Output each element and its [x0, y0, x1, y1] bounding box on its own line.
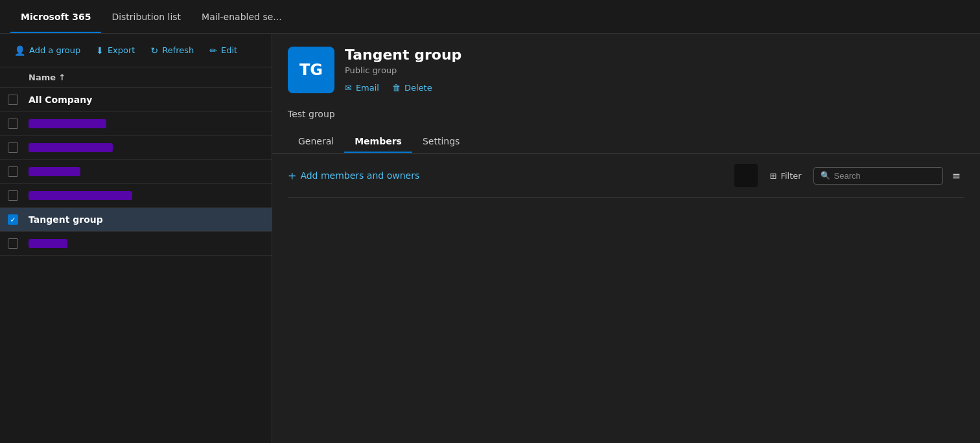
- email-label: Email: [356, 83, 379, 93]
- members-content: + Add members and owners ⊞ Filter 🔍 ≡: [272, 153, 980, 443]
- table-row[interactable]: [0, 136, 272, 160]
- members-toolbar-right: ⊞ Filter 🔍 ≡: [734, 164, 964, 187]
- table-row[interactable]: [0, 160, 272, 184]
- group-description: Test group: [272, 104, 980, 130]
- row-name-redacted: [29, 167, 80, 176]
- row-checkbox[interactable]: [8, 190, 18, 201]
- add-group-label: Add a group: [29, 45, 80, 55]
- group-avatar: TG: [288, 47, 334, 93]
- add-group-button[interactable]: 👤 Add a group: [8, 41, 87, 60]
- left-panel: 👤 Add a group ⬇ Export ↻ Refresh ✏ Edit …: [0, 34, 272, 443]
- row-checkbox-col: [8, 166, 29, 177]
- export-label: Export: [108, 45, 135, 55]
- refresh-button[interactable]: ↻ Refresh: [144, 41, 200, 60]
- row-name-redacted: [29, 143, 113, 152]
- group-list: All Company: [0, 88, 272, 443]
- dark-square-button[interactable]: [734, 164, 758, 187]
- tab-members[interactable]: Members: [344, 130, 412, 153]
- row-checkbox[interactable]: [8, 95, 18, 105]
- members-toolbar: + Add members and owners ⊞ Filter 🔍 ≡: [288, 153, 964, 198]
- delete-action-button[interactable]: 🗑 Delete: [392, 83, 432, 93]
- row-checkbox[interactable]: [8, 119, 18, 129]
- name-column-header[interactable]: Name ↑: [29, 73, 65, 82]
- add-group-icon: 👤: [14, 45, 25, 56]
- tab-general[interactable]: General: [288, 130, 344, 153]
- row-checkbox-col: [8, 119, 29, 129]
- delete-icon: 🗑: [392, 83, 401, 93]
- email-icon: ✉: [345, 83, 352, 93]
- edit-icon: ✏: [209, 45, 217, 56]
- top-navigation: Microsoft 365 Distribution list Mail-ena…: [0, 0, 980, 34]
- row-checkbox-col: [8, 190, 29, 201]
- list-view-icon: ≡: [952, 170, 961, 182]
- row-checkbox-col: [8, 95, 29, 105]
- filter-button[interactable]: ⊞ Filter: [763, 167, 808, 185]
- edit-label: Edit: [221, 45, 237, 55]
- row-checkbox-col: [8, 214, 29, 225]
- row-name: All Company: [29, 95, 92, 105]
- group-type: Public group: [345, 65, 964, 75]
- edit-button[interactable]: ✏ Edit: [203, 41, 244, 60]
- right-panel: TG Tangent group Public group ✉ Email 🗑 …: [272, 34, 980, 443]
- row-name: Tangent group: [29, 214, 103, 225]
- list-view-button[interactable]: ≡: [948, 166, 964, 186]
- row-checkbox[interactable]: [8, 214, 18, 225]
- group-header: TG Tangent group Public group ✉ Email 🗑 …: [272, 34, 980, 104]
- tab-mail-enabled[interactable]: Mail-enabled se...: [191, 0, 292, 33]
- row-name-redacted: [29, 191, 132, 200]
- add-members-label: Add members and owners: [300, 170, 419, 181]
- search-icon: 🔍: [821, 171, 830, 180]
- refresh-icon: ↻: [150, 45, 158, 56]
- table-row[interactable]: [0, 232, 272, 256]
- email-action-button[interactable]: ✉ Email: [345, 83, 379, 93]
- tab-distribution-list[interactable]: Distribution list: [101, 0, 191, 33]
- row-checkbox[interactable]: [8, 166, 18, 177]
- table-header: Name ↑: [0, 67, 272, 88]
- refresh-label: Refresh: [162, 45, 194, 55]
- table-row[interactable]: All Company: [0, 88, 272, 112]
- group-info: Tangent group Public group ✉ Email 🗑 Del…: [345, 47, 964, 93]
- export-icon: ⬇: [96, 45, 104, 56]
- plus-icon: +: [288, 170, 296, 182]
- table-row[interactable]: Tangent group: [0, 208, 272, 232]
- table-row[interactable]: [0, 184, 272, 208]
- search-input[interactable]: [834, 171, 936, 181]
- row-checkbox[interactable]: [8, 238, 18, 249]
- group-actions: ✉ Email 🗑 Delete: [345, 83, 964, 93]
- delete-label: Delete: [404, 83, 432, 93]
- export-button[interactable]: ⬇ Export: [89, 41, 141, 60]
- detail-tabs: General Members Settings: [272, 130, 980, 153]
- filter-label: Filter: [780, 171, 801, 181]
- search-input-wrapper: 🔍: [813, 167, 943, 185]
- toolbar: 👤 Add a group ⬇ Export ↻ Refresh ✏ Edit: [0, 34, 272, 67]
- table-row[interactable]: [0, 112, 272, 136]
- row-checkbox[interactable]: [8, 142, 18, 153]
- filter-icon: ⊞: [769, 171, 776, 181]
- tab-microsoft365[interactable]: Microsoft 365: [10, 0, 101, 33]
- tab-settings[interactable]: Settings: [412, 130, 470, 153]
- row-checkbox-col: [8, 142, 29, 153]
- group-name: Tangent group: [345, 47, 964, 63]
- main-content: 👤 Add a group ⬇ Export ↻ Refresh ✏ Edit …: [0, 34, 980, 443]
- row-checkbox-col: [8, 238, 29, 249]
- row-name-redacted: [29, 239, 67, 248]
- add-members-button[interactable]: + Add members and owners: [288, 170, 419, 182]
- row-name-redacted: [29, 119, 106, 128]
